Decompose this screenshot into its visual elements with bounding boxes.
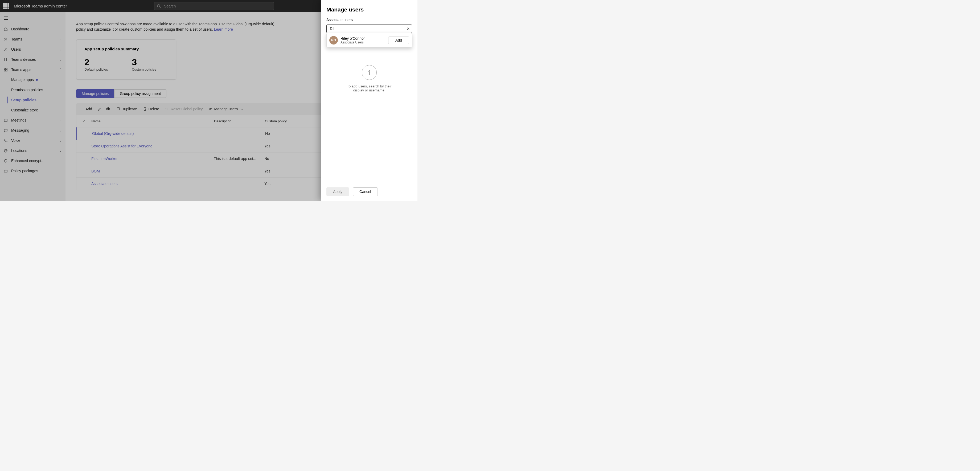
suggested-user-name: Riley o'Connor bbox=[340, 36, 385, 40]
avatar: RO bbox=[329, 36, 338, 45]
empty-state: i To add users, search by their display … bbox=[326, 65, 412, 183]
panel-title: Manage users bbox=[326, 6, 412, 13]
info-icon: i bbox=[362, 65, 377, 80]
clear-input-icon[interactable]: ✕ bbox=[407, 26, 410, 31]
user-meta: Riley o'Connor Associate Users bbox=[340, 36, 385, 44]
suggested-user-sub: Associate Users bbox=[340, 40, 385, 44]
cancel-button[interactable]: Cancel bbox=[353, 187, 378, 196]
panel-footer: Apply Cancel bbox=[326, 183, 412, 196]
empty-text-line: display or username. bbox=[353, 88, 385, 92]
panel-subtitle: Associate users bbox=[326, 18, 412, 22]
empty-text-line: To add users, search by their bbox=[347, 84, 391, 88]
panel-search: ✕ RO Riley o'Connor Associate Users Add bbox=[326, 24, 412, 33]
manage-users-panel: Manage users Associate users ✕ RO Riley … bbox=[321, 0, 417, 201]
apply-button[interactable]: Apply bbox=[326, 187, 349, 196]
user-search-input[interactable] bbox=[326, 24, 412, 33]
user-suggestion[interactable]: RO Riley o'Connor Associate Users Add bbox=[326, 33, 412, 48]
add-user-button[interactable]: Add bbox=[388, 37, 409, 44]
